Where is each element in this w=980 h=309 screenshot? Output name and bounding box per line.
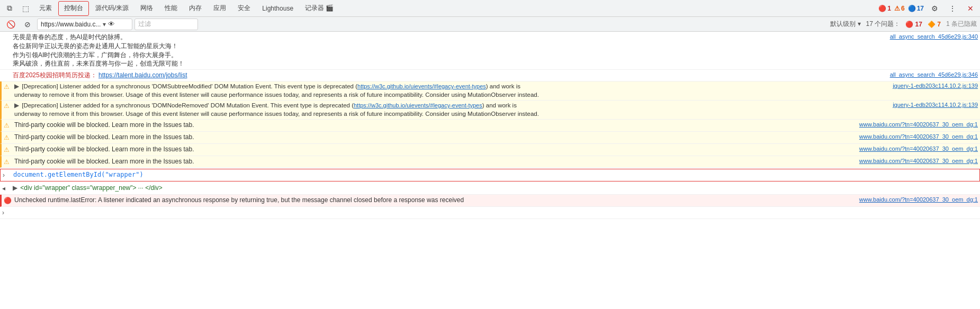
baidu-link-prefix: 百度2025校园招聘简历投递： bbox=[13, 71, 97, 79]
console-row-cookie-4: ⚠ Third-party cookie will be blocked. Le… bbox=[0, 156, 980, 168]
console-content: 无畏是青春的态度，热AI是时代的脉搏。 各位新同学正以无畏的姿态奔赴通用人工智能… bbox=[0, 32, 980, 308]
baidu-jobs-link[interactable]: https://talent.baidu.com/jobs/list bbox=[98, 71, 187, 79]
more-button[interactable]: ⋮ bbox=[945, 1, 960, 16]
issues-count-label: 17 个问题： bbox=[866, 20, 901, 29]
warn-icon-cookie-4: ⚠ bbox=[4, 158, 12, 167]
prompt-symbol: › bbox=[2, 208, 11, 217]
source-link-runtime[interactable]: www.baidu.com/?tn=40020637_30_oem_dg:1 bbox=[859, 196, 978, 204]
settings-button[interactable]: ⚙ bbox=[927, 1, 942, 16]
console-row-cookie-1: ⚠ Third-party cookie will be blocked. Le… bbox=[0, 120, 980, 132]
console-row-runtime-error: 🔴 Unchecked runtime.lastError: A listene… bbox=[0, 195, 980, 207]
console-row-prompt[interactable]: › bbox=[0, 207, 980, 219]
filter-input[interactable]: 过滤 bbox=[134, 19, 198, 30]
warning-badge: ⚠ 6 bbox=[894, 5, 905, 12]
tab-recorder[interactable]: 记录器 🎬 bbox=[300, 1, 339, 16]
warn-icon-cookie-1: ⚠ bbox=[4, 121, 12, 130]
expand-arrow-1[interactable]: ▶ bbox=[14, 83, 19, 90]
eye-icon[interactable]: 👁 bbox=[108, 20, 115, 28]
runtime-error-text: Unchecked runtime.lastError: A listener … bbox=[14, 196, 855, 205]
expand-arrow-2[interactable]: ▶ bbox=[14, 102, 19, 109]
tab-application[interactable]: 应用 bbox=[208, 1, 231, 16]
welcome-text: 无畏是青春的态度，热AI是时代的脉搏。 各位新同学正以无畏的姿态奔赴通用人工智能… bbox=[13, 33, 886, 68]
deprecation-1-content: ▶ [Deprecation] Listener added for a syn… bbox=[14, 83, 888, 90]
output-left-icon: ◂ bbox=[2, 184, 11, 193]
deprecation-link-2[interactable]: https://w3c.github.io/uievents/#legacy-e… bbox=[354, 102, 482, 108]
console-row-deprecation-2: ⚠ ▶ [Deprecation] Listener added for a s… bbox=[0, 101, 980, 120]
console-row-cookie-2: ⚠ Third-party cookie will be blocked. Le… bbox=[0, 132, 980, 144]
dropdown-icon[interactable]: ▾ bbox=[103, 21, 106, 28]
issues-summary: 默认级别 ▾ 17 个问题： 🔴 17 🔶 7 1 条已隐藏 bbox=[830, 20, 977, 29]
console-row-input[interactable]: › document.getElementById("wrapper") bbox=[0, 169, 980, 181]
source-link-dep1[interactable]: jquery-1-edb203c114.10.2.js:139 bbox=[893, 83, 978, 89]
error-icon-runtime: 🔴 bbox=[4, 196, 12, 205]
issues-yellow-count: 🔶 7 bbox=[928, 21, 941, 28]
filter-placeholder: 过滤 bbox=[138, 20, 151, 29]
tab-memory[interactable]: 内存 bbox=[184, 1, 207, 16]
source-link-cookie4[interactable]: www.baidu.com/?tn=40020637_30_oem_dg:1 bbox=[859, 157, 978, 165]
warn-icon-1: ⚠ bbox=[4, 83, 12, 90]
dock-icon[interactable]: ⧉ bbox=[2, 1, 17, 16]
input-command: document.getElementById("wrapper") bbox=[13, 170, 977, 179]
error-badge: 🔴 1 bbox=[878, 5, 891, 12]
deprecation-2-continuation: underway to remove it from this browser.… bbox=[4, 110, 978, 118]
deprecation-1-continuation: underway to remove it from this browser.… bbox=[4, 90, 978, 99]
output-content: ▶ <div id="wrapper" class="wrapper_new">… bbox=[13, 184, 978, 193]
close-button[interactable]: ✕ bbox=[963, 1, 978, 16]
warn-icon-cookie-2: ⚠ bbox=[4, 133, 12, 142]
source-link-dep2[interactable]: jquery-1-edb203c114.10.2.js:139 bbox=[893, 102, 978, 108]
issues-red-count: 🔴 17 bbox=[905, 21, 922, 28]
issues-hidden-count: 1 条已隐藏 bbox=[946, 20, 977, 29]
cookie-1-text: Third-party cookie will be blocked. Lear… bbox=[14, 121, 855, 130]
prompt-input-area[interactable] bbox=[13, 208, 978, 217]
deprecation-2-content: ▶ [Deprecation] Listener added for a syn… bbox=[14, 102, 888, 109]
url-bar: 🚫 ⊘ https://www.baidu.c... ▾ 👁 过滤 默认级别 ▾… bbox=[0, 17, 980, 32]
inspect-icon[interactable]: ⬚ bbox=[18, 1, 33, 16]
console-row-cookie-3: ⚠ Third-party cookie will be blocked. Le… bbox=[0, 144, 980, 156]
console-row-deprecation-1: ⚠ ▶ [Deprecation] Listener added for a s… bbox=[0, 81, 980, 101]
source-link-cookie1[interactable]: www.baidu.com/?tn=40020637_30_oem_dg:1 bbox=[859, 121, 978, 129]
console-row-welcome: 无畏是青春的态度，热AI是时代的脉搏。 各位新同学正以无畏的姿态奔赴通用人工智能… bbox=[0, 32, 980, 70]
expand-arrow-output[interactable]: ▶ bbox=[13, 184, 17, 193]
tab-sources[interactable]: 源代码/来源 bbox=[90, 1, 134, 16]
cookie-3-text: Third-party cookie will be blocked. Lear… bbox=[14, 145, 855, 154]
output-html: <div id="wrapper" class="wrapper_new"> ·… bbox=[20, 184, 163, 192]
baidu-link-content: 百度2025校园招聘简历投递： https://talent.baidu.com… bbox=[13, 71, 886, 80]
source-link-welcome[interactable]: all_async_search_45d6e29.js:340 bbox=[890, 33, 978, 41]
clear-console-icon[interactable]: 🚫 bbox=[3, 17, 18, 32]
devtools-toolbar: ⧉ ⬚ 元素 控制台 源代码/来源 网络 性能 内存 应用 安全 Lightho… bbox=[0, 0, 980, 17]
warn-icon-2: ⚠ bbox=[4, 102, 12, 110]
url-text: https://www.baidu.c... bbox=[41, 21, 101, 28]
cookie-4-text: Third-party cookie will be blocked. Lear… bbox=[14, 157, 855, 166]
tab-elements[interactable]: 元素 bbox=[34, 1, 57, 16]
tab-network[interactable]: 网络 bbox=[135, 1, 158, 16]
tab-lighthouse[interactable]: Lighthouse bbox=[257, 1, 299, 16]
source-link-baidu[interactable]: all_async_search_45d6e29.js:346 bbox=[890, 71, 978, 79]
source-link-cookie2[interactable]: www.baidu.com/?tn=40020637_30_oem_dg:1 bbox=[859, 133, 978, 141]
source-link-cookie3[interactable]: www.baidu.com/?tn=40020637_30_oem_dg:1 bbox=[859, 145, 978, 153]
url-display[interactable]: https://www.baidu.c... ▾ 👁 bbox=[37, 19, 132, 30]
cookie-2-text: Third-party cookie will be blocked. Lear… bbox=[14, 133, 855, 142]
tab-security[interactable]: 安全 bbox=[232, 1, 256, 16]
console-row-output: ◂ ▶ <div id="wrapper" class="wrapper_new… bbox=[0, 183, 980, 195]
deprecation-link-1[interactable]: https://w3c.github.io/uievents/#legacy-e… bbox=[357, 83, 486, 89]
stop-logging-icon[interactable]: ⊘ bbox=[20, 17, 35, 32]
prompt-icon: › bbox=[3, 171, 11, 180]
default-level-label[interactable]: 默认级别 ▾ bbox=[830, 20, 860, 29]
toolbar-right: 🔴 1 ⚠ 6 🔵 17 ⚙ ⋮ ✕ bbox=[878, 1, 978, 16]
console-row-baidu-link: 百度2025校园招聘简历投递： https://talent.baidu.com… bbox=[0, 70, 980, 81]
info-badge: 🔵 17 bbox=[908, 5, 924, 12]
warn-icon-cookie-3: ⚠ bbox=[4, 146, 12, 154]
tab-console[interactable]: 控制台 bbox=[58, 1, 89, 16]
tab-performance[interactable]: 性能 bbox=[159, 1, 183, 16]
